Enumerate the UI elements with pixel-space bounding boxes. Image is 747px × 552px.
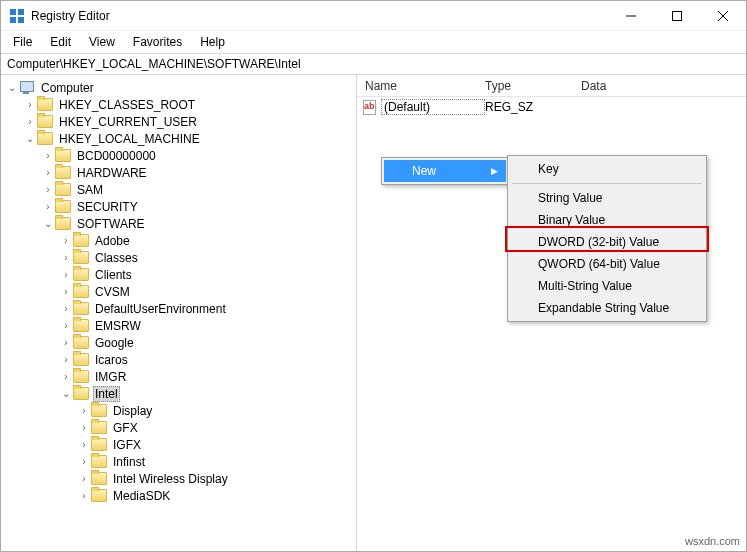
tree-node[interactable]: › SAM [1,181,356,198]
folder-icon [73,336,89,349]
ctx-item-binary[interactable]: Binary Value [510,209,704,231]
tree-label: Classes [93,251,140,265]
menu-help[interactable]: Help [192,33,233,51]
ctx-label: String Value [538,191,602,205]
chevron-down-icon[interactable]: ⌄ [41,218,55,229]
folder-icon [73,234,89,247]
tree-node[interactable]: › IMGR [1,368,356,385]
ctx-item-qword64[interactable]: QWORD (64-bit) Value [510,253,704,275]
window-controls [608,1,746,30]
tree-node[interactable]: › GFX [1,419,356,436]
tree-node[interactable]: ⌄ SOFTWARE [1,215,356,232]
string-value-icon [361,99,377,115]
svg-rect-2 [10,17,16,23]
tree-label: CVSM [93,285,132,299]
folder-icon [55,217,71,230]
tree-node[interactable]: › Display [1,402,356,419]
folder-icon [55,183,71,196]
tree-label: IGFX [111,438,143,452]
chevron-right-icon[interactable]: › [41,201,55,212]
folder-icon [73,370,89,383]
menu-favorites[interactable]: Favorites [125,33,190,51]
tree-node-hkcu[interactable]: › HKEY_CURRENT_USER [1,113,356,130]
ctx-item-key[interactable]: Key [510,158,704,180]
chevron-right-icon[interactable]: › [41,184,55,195]
tree-node[interactable]: › Icaros [1,351,356,368]
menu-file[interactable]: File [5,33,40,51]
tree-node[interactable]: › Google [1,334,356,351]
chevron-right-icon[interactable]: › [59,252,73,263]
tree-node[interactable]: › CVSM [1,283,356,300]
folder-icon [91,489,107,502]
tree-label: SAM [75,183,105,197]
chevron-right-icon[interactable]: › [77,422,91,433]
tree-node[interactable]: › Adobe [1,232,356,249]
tree-node[interactable]: ⌄ Intel [1,385,356,402]
chevron-right-icon[interactable]: › [41,167,55,178]
tree-label: HKEY_CLASSES_ROOT [57,98,197,112]
folder-icon [91,455,107,468]
ctx-item-new[interactable]: New ▶ [384,160,506,182]
tree-node-computer[interactable]: ⌄ Computer [1,79,356,96]
column-data[interactable]: Data [573,79,746,93]
chevron-right-icon[interactable]: › [77,405,91,416]
ctx-label: QWORD (64-bit) Value [538,257,660,271]
chevron-down-icon[interactable]: ⌄ [5,82,19,93]
ctx-label: New [412,164,436,178]
chevron-right-icon[interactable]: › [77,456,91,467]
chevron-right-icon[interactable]: › [77,473,91,484]
tree-node[interactable]: › BCD00000000 [1,147,356,164]
menu-view[interactable]: View [81,33,123,51]
tree-node[interactable]: › Infinst [1,453,356,470]
ctx-item-expandable[interactable]: Expandable String Value [510,297,704,319]
chevron-down-icon[interactable]: ⌄ [23,133,37,144]
tree-label: IMGR [93,370,128,384]
chevron-right-icon[interactable]: › [23,99,37,110]
list-pane[interactable]: Name Type Data (Default) REG_SZ New ▶ Ke… [357,75,746,551]
chevron-right-icon[interactable]: › [59,371,73,382]
chevron-right-icon[interactable]: › [77,490,91,501]
chevron-right-icon[interactable]: › [59,235,73,246]
tree-node[interactable]: › Classes [1,249,356,266]
ctx-item-multistring[interactable]: Multi-String Value [510,275,704,297]
tree-node[interactable]: › IGFX [1,436,356,453]
ctx-item-string[interactable]: String Value [510,187,704,209]
folder-icon [91,421,107,434]
chevron-right-icon[interactable]: › [59,269,73,280]
minimize-button[interactable] [608,1,654,30]
tree-node[interactable]: › EMSRW [1,317,356,334]
chevron-right-icon[interactable]: › [59,303,73,314]
chevron-right-icon[interactable]: › [23,116,37,127]
chevron-right-icon[interactable]: › [59,354,73,365]
tree-node[interactable]: › HARDWARE [1,164,356,181]
context-submenu-new: Key String Value Binary Value DWORD (32-… [507,155,707,322]
column-name[interactable]: Name [357,79,477,93]
close-button[interactable] [700,1,746,30]
tree-label: Adobe [93,234,132,248]
menu-edit[interactable]: Edit [42,33,79,51]
tree-node[interactable]: › SECURITY [1,198,356,215]
tree-label: SOFTWARE [75,217,147,231]
list-row-default[interactable]: (Default) REG_SZ [357,97,746,116]
tree-node[interactable]: › Clients [1,266,356,283]
folder-icon [55,149,71,162]
chevron-right-icon[interactable]: › [41,150,55,161]
tree-node-hkcr[interactable]: › HKEY_CLASSES_ROOT [1,96,356,113]
chevron-right-icon[interactable]: › [59,286,73,297]
tree-label: GFX [111,421,140,435]
tree-node-hklm[interactable]: ⌄ HKEY_LOCAL_MACHINE [1,130,356,147]
tree-label: Google [93,336,136,350]
tree-pane[interactable]: ⌄ Computer › HKEY_CLASSES_ROOT › HKEY_CU… [1,75,357,551]
chevron-down-icon[interactable]: ⌄ [59,388,73,399]
address-bar[interactable]: Computer\HKEY_LOCAL_MACHINE\SOFTWARE\Int… [1,53,746,75]
tree-node[interactable]: › MediaSDK [1,487,356,504]
tree-node[interactable]: › DefaultUserEnvironment [1,300,356,317]
chevron-right-icon[interactable]: › [77,439,91,450]
maximize-button[interactable] [654,1,700,30]
tree-node[interactable]: › Intel Wireless Display [1,470,356,487]
tree-label: BCD00000000 [75,149,158,163]
ctx-item-dword32[interactable]: DWORD (32-bit) Value [510,231,704,253]
chevron-right-icon[interactable]: › [59,320,73,331]
chevron-right-icon[interactable]: › [59,337,73,348]
column-type[interactable]: Type [477,79,573,93]
